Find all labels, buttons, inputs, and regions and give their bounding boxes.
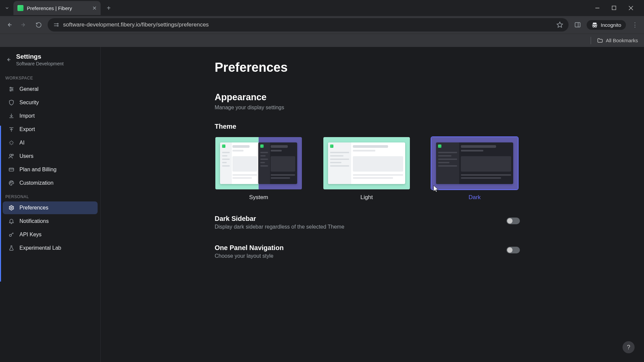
sidebar-item-label: Plan and Billing [19,167,56,173]
tab-strip: Preferences | Fibery ✕ + [0,0,644,16]
tabs-dropdown-icon[interactable] [3,4,11,12]
svg-point-23 [10,154,12,156]
sidebar-item-export[interactable]: Export [3,123,98,136]
svg-point-13 [593,25,595,27]
sidebar-item-plan-billing[interactable]: Plan and Billing [3,163,98,176]
theme-options: System Light [215,136,523,201]
incognito-label: Incognito [601,22,621,28]
svg-point-20 [10,87,11,88]
all-bookmarks-button[interactable]: All Bookmarks [597,38,638,44]
sidebar-item-label: AI [19,140,24,146]
sidebar-item-notifications[interactable]: Notifications [3,215,98,228]
sidebar-item-preferences[interactable]: Preferences [3,201,98,214]
close-window-icon[interactable] [629,6,638,10]
sidebar-back-icon[interactable] [5,57,11,63]
svg-point-8 [57,23,58,24]
appearance-title: Appearance [215,92,523,103]
settings-sidebar: Settings Software Development WORKSPACE … [0,47,101,362]
bell-icon [8,218,15,225]
theme-option-system[interactable]: System [215,136,303,201]
svg-point-22 [10,90,11,91]
flask-icon [8,245,15,251]
close-tab-icon[interactable]: ✕ [92,5,97,11]
app: Settings Software Development WORKSPACE … [0,47,644,362]
shield-icon [8,99,15,106]
address-bar[interactable]: software-development.fibery.io/fibery/se… [48,18,569,32]
dark-sidebar-desc: Display dark sidebar regardless of the s… [215,224,506,230]
key-icon [8,231,15,238]
sidebar-header: Settings Software Development [0,47,100,71]
one-panel-title: One Panel Navigation [215,244,506,252]
tab-title: Preferences | Fibery [27,5,89,11]
sidebar-title: Settings [16,53,64,60]
sliders-icon [8,86,15,93]
page-title: Preferences [215,60,523,75]
svg-point-27 [10,183,10,183]
theme-label-dark: Dark [469,194,481,201]
theme-option-dark[interactable]: Dark [431,136,519,201]
browser-tab[interactable]: Preferences | Fibery ✕ [13,1,101,15]
forward-icon[interactable] [18,19,30,31]
side-panel-icon[interactable] [572,19,583,31]
section-label-workspace: WORKSPACE [0,71,100,82]
sidebar-item-label: API Keys [19,232,42,238]
sidebar-item-users[interactable]: Users [3,150,98,163]
browser-menu-icon[interactable]: ⋮ [629,19,641,31]
svg-point-9 [57,25,58,26]
minimize-icon[interactable] [595,6,604,10]
appearance-desc: Manage your display settings [215,105,523,111]
sidebar-item-experimental-lab[interactable]: Experimental Lab [3,242,98,254]
svg-rect-25 [9,168,14,171]
help-button[interactable]: ? [623,341,635,353]
gear-icon [8,204,15,211]
sidebar-item-label: Notifications [19,218,49,224]
svg-point-21 [12,89,13,90]
sidebar-item-customization[interactable]: Customization [3,177,98,189]
bookmark-star-icon[interactable] [556,21,563,28]
one-panel-row: One Panel Navigation Choose your layout … [215,244,520,259]
card-icon [8,166,15,173]
svg-point-29 [12,182,12,182]
theme-label: Theme [215,123,523,130]
window-controls [595,6,644,10]
site-info-icon[interactable] [53,22,59,28]
content-area: Preferences Appearance Manage your displ… [101,47,644,362]
sidebar-item-label: Security [19,100,39,106]
sidebar-item-label: Import [19,113,35,119]
sidebar-item-import[interactable]: Import [3,110,98,122]
sidebar-item-general[interactable]: General [3,83,98,96]
new-tab-button[interactable]: + [103,3,114,13]
folder-icon [597,38,603,44]
download-icon [8,113,15,119]
incognito-icon [591,22,598,27]
url-text: software-development.fibery.io/fibery/se… [63,21,552,28]
browser-chrome: Preferences | Fibery ✕ + [0,0,644,47]
bookmarks-bar: All Bookmarks [0,34,644,47]
svg-point-30 [11,207,12,209]
sidebar-item-api-keys[interactable]: API Keys [3,228,98,241]
theme-label-light: Light [361,194,373,201]
svg-point-24 [12,154,14,156]
svg-rect-11 [575,22,580,27]
sidebar-item-label: General [19,86,39,92]
upload-icon [8,126,15,133]
one-panel-toggle[interactable] [506,247,520,253]
theme-preview-light [323,136,411,190]
incognito-chip[interactable]: Incognito [587,20,626,30]
back-icon[interactable] [3,19,15,31]
sidebar-item-label: Customization [19,180,53,186]
sidebar-item-label: Experimental Lab [19,245,61,251]
maximize-icon[interactable] [612,6,621,10]
one-panel-desc: Choose your layout style [215,253,506,259]
reload-icon[interactable] [33,19,44,31]
theme-preview-dark [431,136,519,190]
sparkle-icon [8,139,15,146]
sidebar-item-security[interactable]: Security [3,96,98,109]
favicon-icon [17,5,23,11]
palette-icon [8,180,15,186]
svg-point-31 [9,234,11,236]
dark-sidebar-toggle[interactable] [506,218,520,224]
sidebar-item-ai[interactable]: AI [3,136,98,149]
svg-rect-1 [612,6,616,10]
theme-option-light[interactable]: Light [323,136,411,201]
